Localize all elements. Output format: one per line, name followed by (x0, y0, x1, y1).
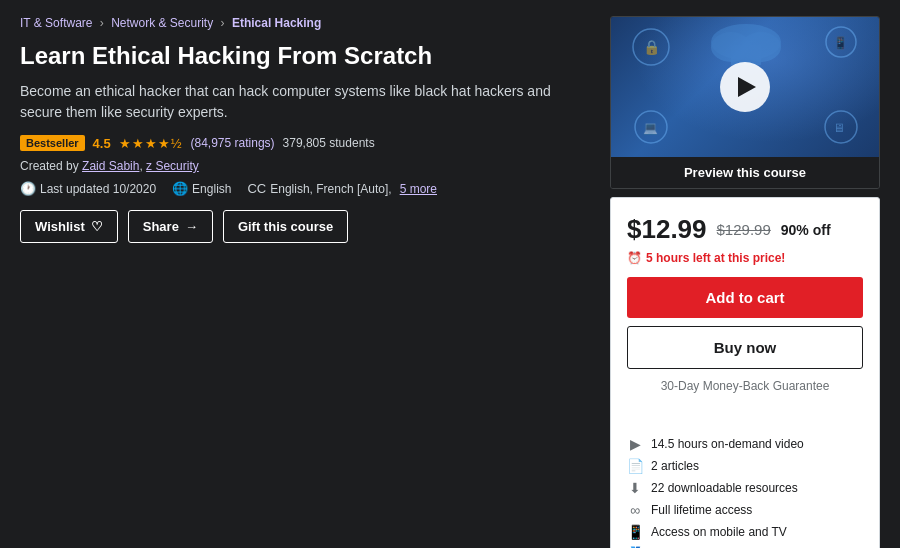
badges-row: Bestseller 4.5 ★★★★½ (84,975 ratings) 37… (20, 135, 590, 151)
breadcrumb-current: Ethical Hacking (232, 16, 321, 30)
students-count: 379,805 students (283, 136, 375, 150)
includes-mobile-text: Access on mobile and TV (651, 525, 787, 539)
subtitles-text: English, French [Auto], (270, 182, 391, 196)
includes-articles-text: 2 articles (651, 459, 699, 473)
download-icon: ⬇ (627, 480, 643, 496)
price-row: $12.99 $129.99 90% off (627, 214, 863, 245)
countdown-text: 5 hours left at this price! (646, 251, 785, 265)
page-wrapper: IT & Software › Network & Security › Eth… (0, 0, 900, 548)
subtitles: CC English, French [Auto], 5 more (247, 181, 437, 196)
last-updated-text: Last updated 10/2020 (40, 182, 156, 196)
includes-list: ▶ 14.5 hours on-demand video 📄 2 article… (627, 433, 863, 548)
hero-section: IT & Software › Network & Security › Eth… (0, 0, 900, 548)
breadcrumb-it-software[interactable]: IT & Software (20, 16, 92, 30)
includes-video-text: 14.5 hours on-demand video (651, 437, 804, 451)
created-by-label: Created by (20, 159, 79, 173)
infinity-icon: ∞ (627, 502, 643, 518)
creator-row: Created by Zaid Sabih, z Security (20, 159, 590, 173)
pricing-card: $12.99 $129.99 90% off ⏰ 5 hours left at… (610, 197, 880, 548)
gift-button[interactable]: Gift this course (223, 210, 348, 243)
language: 🌐 English (172, 181, 231, 196)
course-subtitle: Become an ethical hacker that can hack c… (20, 81, 590, 123)
gift-label: Gift this course (238, 219, 333, 234)
share-button[interactable]: Share → (128, 210, 213, 243)
svg-text:📱: 📱 (833, 35, 848, 50)
hero-left: IT & Software › Network & Security › Eth… (20, 16, 610, 548)
breadcrumb-sep-1: › (100, 16, 107, 30)
cc-icon: CC (247, 181, 266, 196)
wishlist-label: Wishlist (35, 219, 85, 234)
hero-right: 🔒 📱 💻 🖥 (610, 16, 880, 548)
course-title: Learn Ethical Hacking From Scratch (20, 40, 590, 71)
rating-count: (84,975 ratings) (191, 136, 275, 150)
includes-item-certificate: 🏅 Certificate of completion (627, 543, 863, 548)
includes-item-lifetime: ∞ Full lifetime access (627, 499, 863, 521)
alarm-icon: ⏰ (627, 251, 642, 265)
svg-text:💻: 💻 (643, 120, 658, 135)
includes-title: This course includes: (627, 407, 863, 423)
preview-card: 🔒 📱 💻 🖥 (610, 16, 880, 189)
clock-icon: 🕐 (20, 181, 36, 196)
includes-item-video: ▶ 14.5 hours on-demand video (627, 433, 863, 455)
creator-2-link[interactable]: z Security (146, 159, 199, 173)
includes-item-downloads: ⬇ 22 downloadable resources (627, 477, 863, 499)
last-updated: 🕐 Last updated 10/2020 (20, 181, 156, 196)
breadcrumb: IT & Software › Network & Security › Eth… (20, 16, 590, 30)
creator-1-link[interactable]: Zaid Sabih (82, 159, 139, 173)
guarantee-text: 30-Day Money-Back Guarantee (627, 379, 863, 393)
heart-icon: ♡ (91, 219, 103, 234)
action-buttons: Wishlist ♡ Share → Gift this course (20, 210, 590, 243)
buy-now-button[interactable]: Buy now (627, 326, 863, 369)
globe-icon: 🌐 (172, 181, 188, 196)
play-triangle-icon (738, 77, 756, 97)
bestseller-badge: Bestseller (20, 135, 85, 151)
svg-text:🔒: 🔒 (643, 39, 661, 56)
original-price: $129.99 (717, 221, 771, 238)
stars: ★★★★½ (119, 136, 183, 151)
share-arrow-icon: → (185, 219, 198, 234)
video-icon: ▶ (627, 436, 643, 452)
subtitles-more-link[interactable]: 5 more (400, 182, 437, 196)
countdown: ⏰ 5 hours left at this price! (627, 251, 863, 265)
preview-thumbnail[interactable]: 🔒 📱 💻 🖥 (611, 17, 879, 157)
share-label: Share (143, 219, 179, 234)
discount-badge: 90% off (781, 222, 831, 238)
meta-row: 🕐 Last updated 10/2020 🌐 English CC Engl… (20, 181, 590, 196)
svg-text:🖥: 🖥 (833, 121, 845, 135)
mobile-icon: 📱 (627, 524, 643, 540)
language-text: English (192, 182, 231, 196)
article-icon: 📄 (627, 458, 643, 474)
preview-label: Preview this course (611, 157, 879, 188)
breadcrumb-sep-2: › (221, 16, 228, 30)
includes-downloads-text: 22 downloadable resources (651, 481, 798, 495)
rating-number: 4.5 (93, 136, 111, 151)
play-button[interactable] (720, 62, 770, 112)
includes-item-mobile: 📱 Access on mobile and TV (627, 521, 863, 543)
add-to-cart-button[interactable]: Add to cart (627, 277, 863, 318)
includes-item-articles: 📄 2 articles (627, 455, 863, 477)
current-price: $12.99 (627, 214, 707, 245)
breadcrumb-network-security[interactable]: Network & Security (111, 16, 213, 30)
wishlist-button[interactable]: Wishlist ♡ (20, 210, 118, 243)
includes-lifetime-text: Full lifetime access (651, 503, 752, 517)
